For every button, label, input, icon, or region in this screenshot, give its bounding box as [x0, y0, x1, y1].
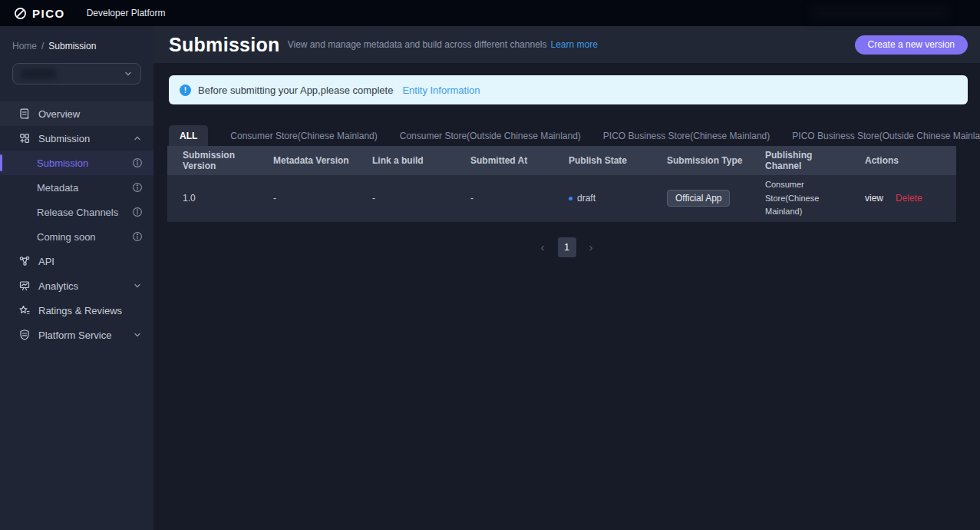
pico-logo-icon [14, 7, 27, 20]
page-title: Submission [169, 34, 280, 56]
api-icon [18, 255, 31, 267]
sidebar-item-label: Platform Service [38, 330, 124, 341]
table-header-row: Submission Version Metadata Version Link… [167, 146, 956, 175]
sidebar-nav: Overview Submission Submission Metadata [0, 101, 153, 347]
official-app-badge: Official App [667, 190, 730, 207]
table-row: 1.0 - - - draft Official App Consumer St… [167, 175, 956, 222]
sidebar-item-release-channels[interactable]: Release Channels [0, 200, 153, 224]
cell-publishing-channel: Consumer Store(Chinese Mainland) [750, 175, 850, 222]
column-header: Metadata Version [258, 146, 357, 175]
breadcrumb-separator: / [41, 41, 44, 51]
column-header: Publish State [553, 146, 652, 175]
tab-pico-business-store-outside-chinese-mainland[interactable]: PICO Business Store(Outside Chinese Main… [792, 131, 980, 141]
banner-text: Before submitting your App,please comple… [198, 84, 393, 96]
cell-actions: view Delete [850, 175, 956, 222]
sidebar-item-submission-group[interactable]: Submission [0, 126, 153, 151]
info-icon[interactable] [132, 207, 143, 217]
publish-state-text: draft [577, 193, 596, 204]
pico-logo[interactable]: PICO [14, 7, 65, 20]
column-header: Submission Version [167, 146, 258, 175]
page-number-button[interactable]: 1 [558, 237, 576, 257]
info-icon[interactable] [132, 182, 143, 193]
sidebar-item-label: Submission [38, 133, 124, 144]
view-action-link[interactable]: view [865, 193, 883, 204]
chevron-up-icon [132, 133, 143, 144]
submission-icon [18, 132, 31, 144]
sidebar: Home/Submission Overview Submission [0, 26, 153, 530]
draft-status-dot [569, 197, 572, 200]
info-icon: ! [180, 84, 191, 96]
learn-more-link[interactable]: Learn more [550, 39, 597, 50]
previous-page-icon[interactable]: ‹ [538, 241, 548, 253]
cell-submitted-at: - [455, 175, 553, 222]
sidebar-item-label: API [38, 256, 143, 267]
sidebar-item-label: Submission [37, 157, 124, 169]
redacted-app-name [21, 68, 56, 79]
topbar: PICO Developer Platform [0, 0, 980, 26]
sidebar-item-label: Metadata [37, 182, 124, 194]
sidebar-item-label: Release Channels [37, 207, 124, 218]
column-header: Publishing Channel [750, 146, 850, 175]
cell-submission-version: 1.0 [167, 175, 258, 222]
tab-consumer-store-outside-chinese-mainland[interactable]: Consumer Store(Outside Chinese Mainland) [400, 131, 581, 141]
sidebar-item-label: Analytics [38, 280, 124, 292]
app-selector-dropdown[interactable] [12, 63, 141, 84]
sidebar-item-submission[interactable]: Submission [0, 151, 153, 175]
chevron-down-icon [132, 280, 143, 291]
sidebar-item-analytics[interactable]: Analytics [0, 273, 153, 298]
cell-submission-type: Official App [652, 175, 750, 222]
sidebar-item-label: Ratings & Reviews [38, 305, 143, 316]
next-page-icon[interactable]: › [586, 241, 596, 253]
cell-metadata-version: - [258, 175, 357, 222]
info-banner: ! Before submitting your App,please comp… [169, 75, 968, 104]
sidebar-item-platform-service[interactable]: Platform Service [0, 323, 153, 347]
chevron-down-icon [124, 69, 133, 78]
shield-icon [18, 329, 31, 341]
entity-information-link[interactable]: Entity Information [402, 84, 480, 96]
page-header: Submission View and manage metadata and … [153, 26, 980, 63]
main-content: Submission View and manage metadata and … [153, 26, 980, 530]
analytics-icon [18, 280, 31, 292]
chevron-down-icon [132, 330, 143, 340]
channel-tabs: ALL Consumer Store(Chinese Mainland) Con… [169, 125, 956, 146]
breadcrumb-home[interactable]: Home [12, 41, 37, 51]
breadcrumb: Home/Submission [0, 26, 153, 51]
cell-link-a-build: - [357, 175, 455, 222]
submission-table: Submission Version Metadata Version Link… [167, 146, 956, 222]
tab-consumer-store-chinese-mainland[interactable]: Consumer Store(Chinese Mainland) [230, 131, 377, 141]
star-icon [18, 304, 31, 316]
create-new-version-button[interactable]: Create a new version [855, 35, 968, 55]
publishing-channel-text: Consumer Store(Chinese Mainland) [765, 175, 850, 222]
tab-pico-business-store-chinese-mainland[interactable]: PICO Business Store(Chinese Mainland) [603, 131, 770, 141]
overview-icon [18, 108, 31, 120]
delete-action-link[interactable]: Delete [896, 193, 922, 204]
user-menu-redacted[interactable] [811, 5, 949, 22]
column-header: Link a build [357, 146, 455, 175]
column-header: Actions [850, 146, 956, 175]
breadcrumb-current: Submission [48, 41, 96, 51]
column-header: Submitted At [455, 146, 553, 175]
product-name: Developer Platform [87, 8, 166, 18]
brand-name: PICO [32, 7, 65, 20]
sidebar-item-api[interactable]: API [0, 249, 153, 273]
tab-all[interactable]: ALL [169, 125, 208, 146]
sidebar-item-label: Coming soon [37, 231, 124, 243]
sidebar-item-overview[interactable]: Overview [0, 101, 153, 126]
column-header: Submission Type [652, 146, 750, 175]
sidebar-item-label: Overview [38, 108, 143, 120]
sidebar-item-coming-soon[interactable]: Coming soon [0, 224, 153, 249]
cell-publish-state: draft [553, 175, 652, 222]
pagination: ‹ 1 › [153, 237, 980, 257]
info-icon[interactable] [132, 157, 143, 168]
page-subtitle: View and manage metadata and build acros… [288, 39, 547, 50]
sidebar-item-ratings-reviews[interactable]: Ratings & Reviews [0, 298, 153, 323]
sidebar-item-metadata[interactable]: Metadata [0, 175, 153, 200]
info-icon[interactable] [132, 231, 143, 242]
